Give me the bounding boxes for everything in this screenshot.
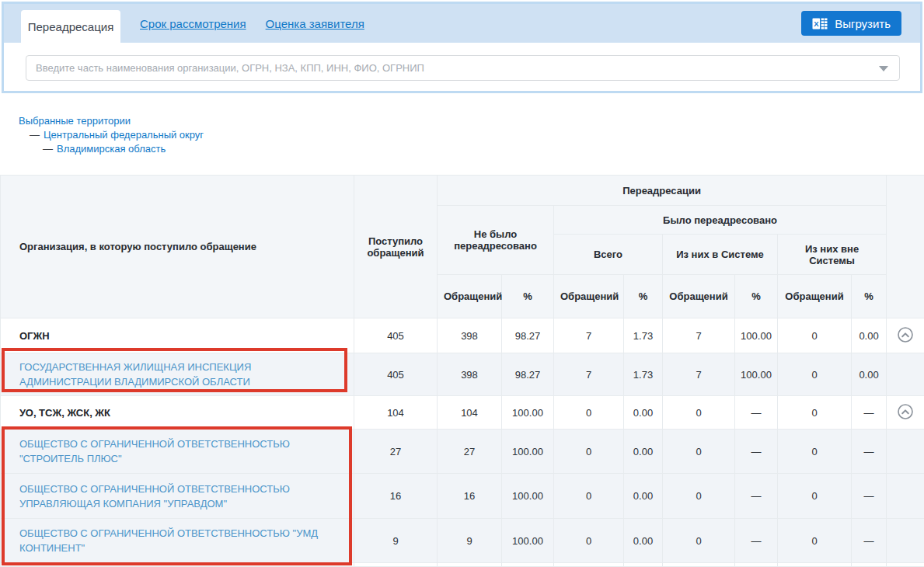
cell-value: 0 xyxy=(554,396,624,430)
col-header-appeals: Обращений xyxy=(438,275,502,318)
export-button[interactable]: X Выгрузить xyxy=(801,11,901,36)
table-row-org: ОБЩЕСТВО С ОГРАНИЧЕННОЙ ОТВЕТСТВЕННОСТЬЮ… xyxy=(1,430,924,474)
chevron-up-circle-icon xyxy=(897,403,914,420)
cell-value: 398 xyxy=(438,318,502,353)
tab-pereadresaciya[interactable]: Переадресация xyxy=(21,10,120,43)
col-header-percent: % xyxy=(502,275,554,318)
org-link[interactable]: ОБЩЕСТВО С ОГРАНИЧЕННОЙ ОТВЕТСТВЕННОСТЬЮ… xyxy=(19,483,290,510)
territory-item: —Центральный федеральный округ xyxy=(30,128,924,142)
col-header-out-system: Из них вне Системы xyxy=(778,235,887,275)
cell-value: — xyxy=(852,430,887,474)
col-header-collapse xyxy=(887,176,924,318)
col-header-received: Поступило обращений xyxy=(354,176,438,318)
col-header-in-system: Из них в Системе xyxy=(663,235,778,275)
table-row-group: ОГЖН 405 398 98.27 7 1.73 7 100.00 0 0.0… xyxy=(1,318,924,353)
selected-territories-title: Выбранные территории xyxy=(19,114,924,128)
territory-link-region[interactable]: Владимирская область xyxy=(57,143,166,155)
col-header-organization: Организация, в которую поступило обращен… xyxy=(1,176,354,318)
cell-value: — xyxy=(735,396,778,430)
cell-value: 0 xyxy=(554,474,624,519)
cell-value: 7 xyxy=(663,318,735,353)
org-link[interactable]: ОБЩЕСТВО С ОГРАНИЧЕННОЙ ОТВЕТСТВЕННОСТЬЮ… xyxy=(19,438,290,464)
cell-value: 0 xyxy=(663,519,735,563)
collapse-group-button[interactable] xyxy=(897,326,914,343)
cell-value: 0 xyxy=(778,396,852,430)
chevron-up-circle-icon xyxy=(897,326,914,343)
col-header-not-redirected: Не было переадресовано xyxy=(438,206,554,275)
cell-value: 104 xyxy=(438,396,502,430)
cell-value: 16 xyxy=(354,474,438,519)
tab-ocenka-zayavitelya[interactable]: Оценка заявителя xyxy=(266,17,364,30)
cell-value: 100.00 xyxy=(735,318,778,353)
table-row-partial xyxy=(1,563,924,567)
selected-territories: Выбранные территории —Центральный федера… xyxy=(19,114,924,156)
cell-value: 1.73 xyxy=(624,318,663,353)
col-header-appeals: Обращений xyxy=(554,275,624,318)
cell-value: 0 xyxy=(554,430,624,474)
cell-value: 0.00 xyxy=(624,396,663,430)
col-header-percent: % xyxy=(624,275,663,318)
excel-icon: X xyxy=(812,17,828,30)
territory-dash: — xyxy=(43,143,53,155)
table-row-org: ГОСУДАРСТВЕННАЯ ЖИЛИЩНАЯ ИНСПЕКЦИЯ АДМИН… xyxy=(1,353,924,396)
cell-value: — xyxy=(735,519,778,563)
org-group-name: УО, ТСЖ, ЖСК, ЖК xyxy=(1,396,354,430)
cell-value: 0.00 xyxy=(852,353,887,396)
cell-value: 9 xyxy=(438,519,502,563)
cell-value: 98.27 xyxy=(502,318,554,353)
cell-value: 0.00 xyxy=(852,318,887,353)
cell-value: 0 xyxy=(663,396,735,430)
cell-value: 16 xyxy=(438,474,502,519)
cell-value: 0 xyxy=(778,474,852,519)
export-button-label: Выгрузить xyxy=(835,17,891,30)
table-row-org: ОБЩЕСТВО С ОГРАНИЧЕННОЙ ОТВЕТСТВЕННОСТЬЮ… xyxy=(1,474,924,519)
cell-value: 0.00 xyxy=(624,519,663,563)
cell-value: 100.00 xyxy=(502,396,554,430)
cell-value: 0 xyxy=(778,430,852,474)
cell-value: — xyxy=(852,474,887,519)
col-header-redirections: Переадресации xyxy=(438,176,887,206)
cell-value: 100.00 xyxy=(735,353,778,396)
cell-value: — xyxy=(735,430,778,474)
territory-link-federal-district[interactable]: Центральный федеральный округ xyxy=(44,129,204,141)
dropdown-caret-icon[interactable] xyxy=(879,66,888,71)
cell-value: 405 xyxy=(354,318,438,353)
col-header-was-redirected: Было переадресовано xyxy=(554,206,887,235)
col-header-percent: % xyxy=(852,275,887,318)
org-link[interactable]: ГОСУДАРСТВЕННАЯ ЖИЛИЩНАЯ ИНСПЕКЦИЯ АДМИН… xyxy=(19,361,251,388)
table-row-group: УО, ТСЖ, ЖСК, ЖК 104 104 100.00 0 0.00 0… xyxy=(1,396,924,430)
cell-value: 1.73 xyxy=(624,353,663,396)
cell-value: 98.27 xyxy=(502,353,554,396)
cell-value: 100.00 xyxy=(502,474,554,519)
cell-value: — xyxy=(735,474,778,519)
col-header-appeals: Обращений xyxy=(663,275,735,318)
org-link[interactable]: ОБЩЕСТВО С ОГРАНИЧЕННОЙ ОТВЕТСТВЕННОСТЬЮ… xyxy=(19,527,318,554)
cell-value: 405 xyxy=(354,353,438,396)
cell-value: 104 xyxy=(354,396,438,430)
org-search-input[interactable] xyxy=(26,55,900,81)
tab-srok-rassmotreniya[interactable]: Срок рассмотрения xyxy=(140,17,246,30)
territory-dash: — xyxy=(30,129,40,141)
search-area xyxy=(4,43,920,91)
cell-value: 0 xyxy=(663,474,735,519)
tab-bar: Переадресация Срок рассмотрения Оценка з… xyxy=(4,4,920,43)
filter-panel: Переадресация Срок рассмотрения Оценка з… xyxy=(2,2,922,93)
col-header-total: Всего xyxy=(554,235,663,275)
org-group-name: ОГЖН xyxy=(1,318,354,353)
cell-value: — xyxy=(852,519,887,563)
redirections-table: Организация, в которую поступило обращен… xyxy=(0,175,924,567)
cell-value: 9 xyxy=(354,519,438,563)
cell-value: 100.00 xyxy=(502,430,554,474)
territory-item: —Владимирская область xyxy=(43,142,924,156)
collapse-group-button[interactable] xyxy=(897,403,914,420)
cell-value: 0.00 xyxy=(624,474,663,519)
cell-value: 100.00 xyxy=(502,519,554,563)
cell-value: 27 xyxy=(354,430,438,474)
cell-value: 0 xyxy=(778,318,852,353)
col-header-appeals: Обращений xyxy=(778,275,852,318)
cell-value: 0 xyxy=(663,430,735,474)
cell-value: 0.00 xyxy=(624,430,663,474)
cell-value: 0 xyxy=(554,519,624,563)
cell-value: 0 xyxy=(778,519,852,563)
cell-value: — xyxy=(852,396,887,430)
